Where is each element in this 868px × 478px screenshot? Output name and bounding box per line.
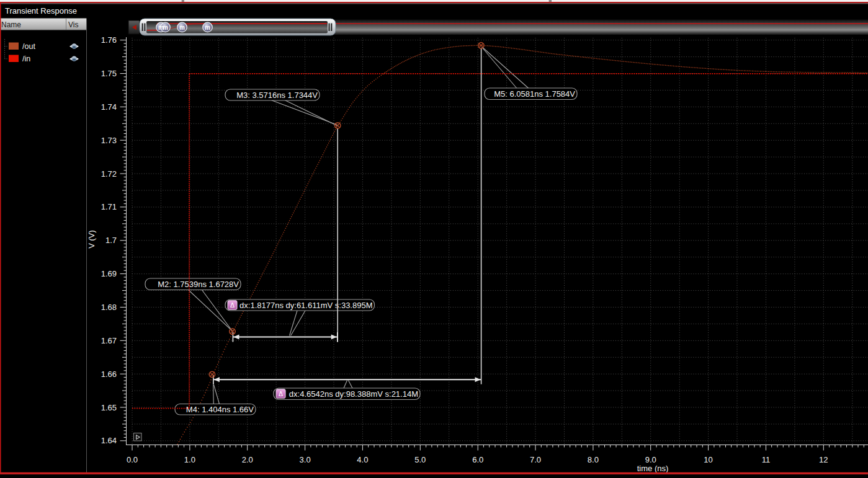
svg-text:time (ns): time (ns) (637, 464, 669, 473)
svg-text:1.7: 1.7 (105, 236, 117, 245)
svg-text:1.75: 1.75 (101, 69, 117, 78)
svg-text:1.74: 1.74 (101, 102, 117, 112)
svg-text:Δ: Δ (279, 390, 283, 397)
svg-text:1.67: 1.67 (101, 336, 117, 345)
svg-text:dx:1.8177ns dy:61.611mV s:33.8: dx:1.8177ns dy:61.611mV s:33.895M (239, 301, 372, 310)
svg-text:12: 12 (819, 455, 828, 464)
svg-text:Δ: Δ (230, 301, 235, 309)
svg-text:1.69: 1.69 (101, 269, 117, 278)
svg-text:7.0: 7.0 (530, 455, 541, 464)
svg-text:1.76: 1.76 (101, 35, 117, 45)
svg-text:0.0: 0.0 (127, 455, 138, 464)
svg-text:1.72: 1.72 (101, 169, 117, 179)
svg-text:Name: Name (1, 20, 21, 29)
svg-text:1.64: 1.64 (101, 436, 117, 445)
svg-text:M4: 1.404ns 1.66V: M4: 1.404ns 1.66V (186, 405, 254, 414)
svg-text:1.65: 1.65 (101, 403, 117, 412)
svg-text:M5: 6.0581ns 1.7584V: M5: 6.0581ns 1.7584V (494, 89, 575, 99)
svg-text:8.0: 8.0 (588, 455, 599, 464)
svg-text:1.71: 1.71 (101, 202, 117, 211)
svg-text:5.0: 5.0 (414, 455, 426, 464)
svg-text:1.68: 1.68 (101, 303, 117, 312)
svg-text:m: m (205, 24, 210, 31)
svg-text:9.0: 9.0 (645, 455, 656, 464)
svg-text:M2: 1.7539ns 1.6728V: M2: 1.7539ns 1.6728V (158, 280, 239, 289)
svg-text:4.0: 4.0 (357, 455, 368, 464)
svg-text:3.0: 3.0 (300, 455, 311, 464)
svg-text:Transient Response: Transient Response (5, 6, 77, 15)
svg-text:M3: 3.5716ns 1.7344V: M3: 3.5716ns 1.7344V (236, 91, 318, 100)
svg-text:2.0: 2.0 (242, 455, 253, 464)
svg-text:1.73: 1.73 (101, 136, 117, 145)
svg-text:m: m (163, 24, 168, 31)
svg-text:11: 11 (762, 455, 771, 464)
svg-text:/in: /in (22, 55, 30, 63)
svg-text:10: 10 (704, 455, 712, 464)
svg-text:6.0: 6.0 (472, 455, 483, 464)
svg-text:1.66: 1.66 (101, 370, 117, 379)
svg-text:/out: /out (22, 42, 35, 51)
svg-text:1.0: 1.0 (184, 455, 195, 464)
svg-text:dx:4.6542ns dy:98.388mV s:21.1: dx:4.6542ns dy:98.388mV s:21.14M (289, 389, 418, 399)
svg-text:Vis: Vis (68, 20, 78, 29)
svg-text:V (V): V (V) (87, 230, 96, 249)
svg-text:m: m (179, 24, 185, 31)
